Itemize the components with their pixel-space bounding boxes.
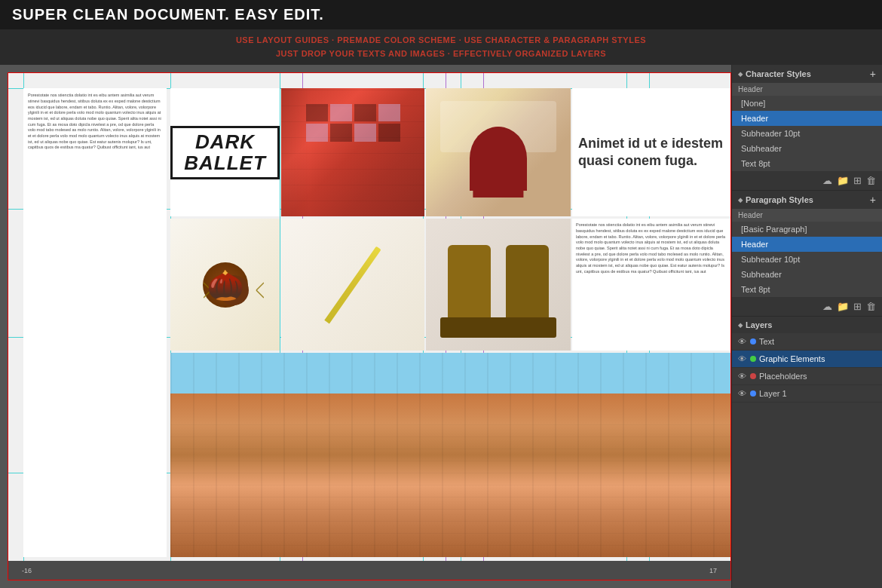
layer-visibility-icon[interactable]: 👁 <box>737 337 747 346</box>
character-styles-section: Character Styles + Header [None]HeaderSu… <box>732 65 882 191</box>
left-body-text: Porestotate nos stienctia dolatio int es… <box>28 93 162 151</box>
ruler-mark-right: 17 <box>709 567 717 574</box>
char-style-item[interactable]: Text 8pt <box>732 156 882 171</box>
city-image <box>170 353 730 557</box>
character-styles-list: [None]HeaderSubheader 10ptSubheaderText … <box>732 96 882 171</box>
paragraph-styles-group-label: Header <box>732 209 882 222</box>
paragraph-styles-title: Paragraph Styles <box>738 195 813 204</box>
delete-icon-para[interactable]: 🗑 <box>866 301 876 312</box>
layer-visibility-icon[interactable]: 👁 <box>737 372 747 381</box>
para-style-item[interactable]: Subheader 10pt <box>732 252 882 267</box>
character-styles-footer: ☁ 📁 ⊞ 🗑 <box>732 171 882 190</box>
ruler-mark-left: -16 <box>22 567 32 574</box>
right-body-text-row2: Porestotate nos stienctia dolatio int es… <box>576 222 727 274</box>
char-style-item[interactable]: [None] <box>732 96 882 111</box>
layer-item[interactable]: 👁Graphic Elements <box>732 351 882 368</box>
paragraph-styles-list: [Basic Paragraph]HeaderSubheader 10ptSub… <box>732 222 882 297</box>
folder-icon[interactable]: 📁 <box>837 175 849 186</box>
svg-line-4 <box>256 290 264 298</box>
folder-icon-para[interactable]: 📁 <box>837 301 849 312</box>
layer-visibility-icon[interactable]: 👁 <box>737 354 747 363</box>
subtitle-bar: USE LAYOUT GUIDES · PREMADE COLOR SCHEME… <box>0 29 882 65</box>
svg-point-0 <box>219 275 249 305</box>
layer-name-label: Graphic Elements <box>759 354 877 363</box>
cloud-icon[interactable]: ☁ <box>822 175 832 186</box>
character-styles-title: Character Styles <box>738 69 811 78</box>
character-styles-header[interactable]: Character Styles + <box>732 65 882 83</box>
para-style-item[interactable]: Header <box>732 237 882 252</box>
paragraph-styles-add-btn[interactable]: + <box>870 194 876 205</box>
quote-text: Animet id ut e idestem quasi conem fuga. <box>578 135 724 170</box>
layers-title: Layers <box>738 320 772 329</box>
para-style-item[interactable]: Text 8pt <box>732 282 882 297</box>
layer-name-label: Placeholders <box>759 372 877 381</box>
paragraph-styles-section: Paragraph Styles + Header [Basic Paragra… <box>732 191 882 317</box>
layer-color-indicator <box>750 373 756 379</box>
main-content: Porestotate nos stienctia dolatio int es… <box>0 65 882 588</box>
dark-ballet-title: DARK BALLET <box>170 126 280 179</box>
char-style-item[interactable]: Subheader <box>732 141 882 156</box>
title-area: DARK BALLET <box>170 88 280 216</box>
quote-area: Animet id ut e idestem quasi conem fuga. <box>572 88 730 216</box>
layer-item[interactable]: 👁Layer 1 <box>732 385 882 403</box>
para-style-item[interactable]: [Basic Paragraph] <box>732 222 882 237</box>
pencil-image <box>281 219 424 351</box>
ruler-bottom: -16 17 <box>8 561 730 580</box>
layers-list: 👁Text👁Graphic Elements👁Placeholders👁Laye… <box>732 333 882 588</box>
right-panel: Character Styles + Header [None]HeaderSu… <box>731 65 882 588</box>
layer-name-label: Text <box>759 337 877 346</box>
canvas-area[interactable]: Porestotate nos stienctia dolatio int es… <box>0 65 731 588</box>
chestnut-image <box>170 219 280 351</box>
char-style-item[interactable]: Subheader 10pt <box>732 126 882 141</box>
layers-section: Layers 👁Text👁Graphic Elements👁Placeholde… <box>732 317 882 588</box>
layer-color-indicator <box>750 356 756 362</box>
layer-item[interactable]: 👁Placeholders <box>732 368 882 385</box>
right-col-row2: Porestotate nos stienctia dolatio int es… <box>572 219 730 351</box>
layers-header[interactable]: Layers <box>732 317 882 333</box>
character-styles-add-btn[interactable]: + <box>870 69 876 79</box>
layer-name-label: Layer 1 <box>759 389 877 398</box>
char-style-item[interactable]: Header <box>732 111 882 126</box>
character-styles-group-label: Header <box>732 83 882 96</box>
layer-color-indicator <box>750 390 756 397</box>
document-canvas: Porestotate nos stienctia dolatio int es… <box>8 72 731 580</box>
layer-color-indicator <box>750 338 756 345</box>
cloud-icon-para[interactable]: ☁ <box>822 301 832 312</box>
boots-image <box>426 219 571 351</box>
layers-icon[interactable]: ⊞ <box>853 175 862 186</box>
para-style-item[interactable]: Subheader <box>732 267 882 282</box>
paragraph-styles-header[interactable]: Paragraph Styles + <box>732 191 882 209</box>
door-image <box>426 88 571 216</box>
layers-icon-para[interactable]: ⊞ <box>853 301 862 312</box>
paragraph-styles-footer: ☁ 📁 ⊞ 🗑 <box>732 297 882 316</box>
subtitle-line2: JUST DROP YOUR TEXTS AND IMAGES · EFFECT… <box>12 47 870 61</box>
layer-item[interactable]: 👁Text <box>732 333 882 351</box>
left-text-column: Porestotate nos stienctia dolatio int es… <box>23 88 167 557</box>
top-bar: SUPER CLEAN DOCUMENT. EASY EDIT. <box>0 0 882 29</box>
subtitle-line1: USE LAYOUT GUIDES · PREMADE COLOR SCHEME… <box>12 34 870 47</box>
svg-line-1 <box>204 283 211 290</box>
red-building-image <box>281 88 424 216</box>
layer-visibility-icon[interactable]: 👁 <box>737 389 747 398</box>
delete-icon[interactable]: 🗑 <box>866 175 876 186</box>
svg-line-3 <box>256 283 264 290</box>
svg-line-2 <box>204 290 211 298</box>
app-title: SUPER CLEAN DOCUMENT. EASY EDIT. <box>12 6 324 23</box>
